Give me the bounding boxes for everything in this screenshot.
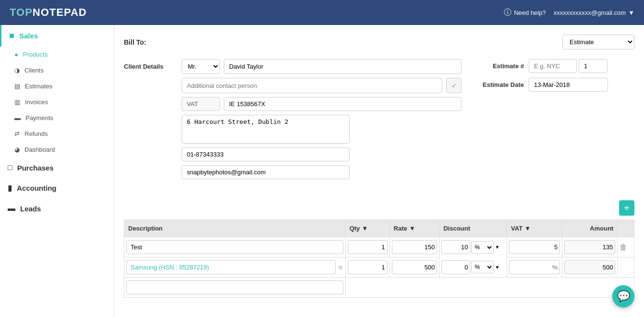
help-link[interactable]: ⓘ Need help? [504,8,546,18]
sidebar-products-label: Products [23,51,48,58]
leads-icon: ▬ [8,204,15,213]
rate-cell-1 [389,237,439,257]
payments-icon: ▬ [14,114,21,122]
bill-to-header: Bill To: Estimate Invoice Quote [124,35,634,49]
th-delete [618,220,634,237]
estimate-num-label: Estimate # [471,62,524,70]
sidebar-purchases-label: Purchases [17,164,54,172]
sidebar-section-sales[interactable]: ■ Sales [0,25,114,47]
discount-arrow-1: ▼ [495,244,499,250]
chevron-down-icon: ▼ [628,9,634,16]
th-amount: Amount [562,220,618,237]
amount-input-2 [564,260,615,274]
vat-sort-icon: ▼ [524,225,531,232]
table-row: % Flat ▼ 🗑 [124,237,634,257]
sidebar-item-payments[interactable]: ▬ Payments [0,110,114,126]
desc-cell-empty [124,278,346,298]
estimate-date-row: Estimate Date [471,78,634,92]
sidebar-item-clients[interactable]: ◑ Clients [0,62,114,78]
sidebar-item-products[interactable]: ● Products [0,47,114,62]
main-content: Bill To: Estimate Invoice Quote Client D… [114,25,644,317]
address-input[interactable]: 6 Harcourt Street, Dublin 2 [182,115,350,144]
sidebar-section-leads[interactable]: ▬ Leads [0,198,114,219]
sidebar-dashboard-label: Dashboard [24,146,55,153]
app-logo: TopNotepad [10,6,87,19]
header-right: ⓘ Need help? xxxxxxxxxxxx@gmail.com ▼ [504,8,634,18]
sidebar-item-dashboard[interactable]: ◕ Dashboard [0,142,114,158]
vat-label: VAT [182,97,220,111]
th-discount: Discount [439,220,507,237]
add-item-button[interactable]: + [619,200,634,216]
contact-person-input[interactable] [182,78,442,93]
estimate-date-label: Estimate Date [471,81,524,88]
sidebar-section-purchases[interactable]: □ Purchases [0,158,114,178]
sidebar-refunds-label: Refunds [24,130,48,137]
help-text: Need help? [514,9,546,16]
vat-cell-1 [507,237,562,257]
qty-input-1[interactable] [348,240,388,254]
contact-row: ✓ [182,78,462,93]
amount-cell-2 [562,257,618,278]
delete-cell-2 [618,257,634,278]
estimate-num-input[interactable] [579,59,608,73]
email-input[interactable] [182,165,350,179]
vat-input-1[interactable] [509,240,560,254]
logo-top: Top [10,6,33,18]
client-name-input[interactable] [224,59,462,74]
th-vat: VAT ▼ [507,220,562,237]
discount-input-1[interactable] [441,240,470,254]
vat-input-2[interactable] [509,260,560,274]
name-row: Mr. Mrs. Ms. Dr. [182,59,462,74]
estimate-prefix-input[interactable] [529,59,577,73]
check-button[interactable]: ✓ [446,78,462,93]
rate-input-1[interactable] [392,240,437,254]
bill-to-label: Bill To: [124,38,146,46]
description-input-1[interactable] [126,240,343,254]
th-description: Description [124,220,346,237]
amount-input-1 [564,240,615,254]
client-details-label: Client Details [124,59,182,183]
sidebar-item-estimates[interactable]: ▤ Estimates [0,78,114,94]
sidebar-item-refunds[interactable]: ⇄ Refunds [0,126,114,142]
user-email: xxxxxxxxxxxx@gmail.com [554,9,626,16]
discount-arrow-2: ▼ [495,265,499,270]
sidebar-sales-label: Sales [19,32,38,40]
sidebar-clients-label: Clients [24,67,44,74]
help-icon: ⓘ [504,8,511,18]
vat-input[interactable] [224,97,462,111]
delete-cell-1: 🗑 [618,237,634,257]
title-select[interactable]: Mr. Mrs. Ms. Dr. [182,59,220,74]
app-header: TopNotepad ⓘ Need help? xxxxxxxxxxxx@gma… [0,0,644,25]
rate-input-2[interactable] [392,260,437,274]
discount-type-select-2[interactable]: % Flat [471,261,494,273]
sidebar-item-invoices[interactable]: ▥ Invoices [0,94,114,110]
discount-cell-1: % Flat ▼ [439,237,507,257]
doc-type-select[interactable]: Estimate Invoice Quote [562,35,634,49]
clear-desc-2-button[interactable]: ✕ [338,264,343,271]
table-row-empty [124,278,634,298]
discount-type-select-1[interactable]: % Flat [471,241,494,254]
qty-cell-2 [345,257,389,278]
delete-row-1-button[interactable]: 🗑 [620,243,627,252]
qty-input-2[interactable] [348,260,388,274]
client-form: Mr. Mrs. Ms. Dr. ✓ [182,59,462,183]
description-input-empty[interactable] [126,280,343,294]
estimate-date-input[interactable] [529,78,608,92]
phone-input[interactable] [182,147,350,161]
vat-cell-2 [507,257,562,278]
items-table: Description Qty ▼ Rate ▼ [124,219,634,298]
products-icon: ● [14,51,18,58]
qty-cell-1 [345,237,389,257]
sidebar-section-accounting[interactable]: ▮ Accounting [0,178,114,198]
chat-bubble[interactable]: 💬 [612,285,634,307]
clients-icon: ◑ [14,67,20,74]
empty-cells [345,278,634,298]
vat-row: VAT [182,97,462,111]
table-row: ✕ % Flat ▼ [124,257,634,278]
sidebar: ■ Sales ● Products ◑ Clients ▤ Estimates… [0,25,114,317]
user-menu[interactable]: xxxxxxxxxxxx@gmail.com ▼ [554,9,634,16]
description-input-2[interactable] [126,260,336,274]
discount-input-2[interactable] [441,260,470,274]
accounting-icon: ▮ [8,183,12,193]
rate-cell-2 [389,257,439,278]
